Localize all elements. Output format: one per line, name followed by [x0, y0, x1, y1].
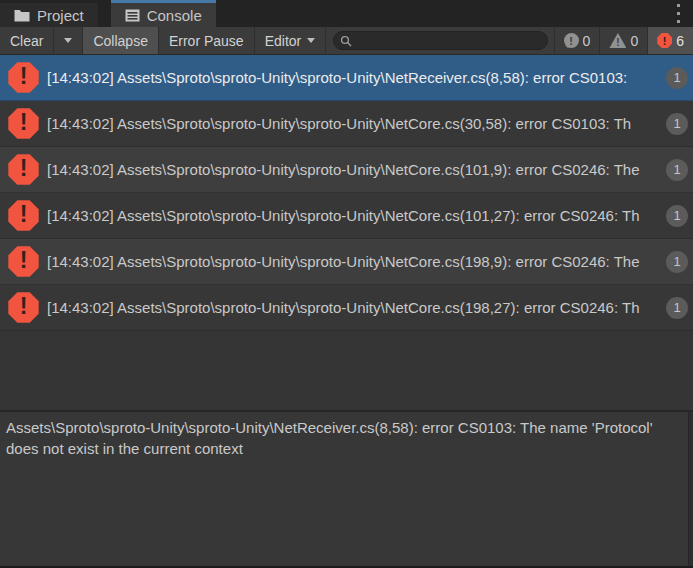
collapse-count-badge: 1 [666, 251, 688, 273]
folder-icon [14, 9, 30, 22]
error-icon: ! [8, 200, 39, 231]
detail-pane[interactable]: Assets\Sproto\sproto-Unity\sproto-Unity\… [0, 410, 693, 566]
clear-button[interactable]: Clear [0, 27, 54, 54]
log-message: [14:43:02] Assets\Sproto\sproto-Unity\sp… [47, 299, 693, 316]
log-message: [14:43:02] Assets\Sproto\sproto-Unity\sp… [47, 207, 693, 224]
error-icon: ! [8, 154, 39, 185]
console-toolbar: Clear Collapse Error Pause Editor ! 0 ! … [0, 27, 693, 55]
error-icon: ! [8, 108, 39, 139]
error-icon: ! [657, 33, 672, 48]
info-icon: ! [564, 33, 579, 48]
chevron-down-icon [64, 38, 72, 43]
collapse-count-badge: 1 [666, 113, 688, 135]
error-icon: ! [8, 292, 39, 323]
log-message: [14:43:02] Assets\Sproto\sproto-Unity\sp… [47, 161, 693, 178]
info-counter-button[interactable]: ! 0 [554, 27, 600, 54]
error-icon: ! [8, 62, 39, 93]
warning-icon: ! [609, 33, 626, 48]
collapse-button[interactable]: Collapse [83, 27, 158, 54]
info-count: 0 [583, 33, 591, 49]
collapse-count-badge: 1 [666, 159, 688, 181]
warning-counter-button[interactable]: ! 0 [599, 27, 647, 54]
error-counter-button[interactable]: ! 6 [647, 27, 693, 54]
error-count: 6 [676, 33, 684, 49]
console-log-row[interactable]: ! [14:43:02] Assets\Sproto\sproto-Unity\… [0, 101, 693, 147]
tab-project-label: Project [37, 7, 84, 24]
log-message: [14:43:02] Assets\Sproto\sproto-Unity\sp… [47, 69, 693, 86]
warning-count: 0 [630, 33, 638, 49]
collapse-count-badge: 1 [666, 297, 688, 319]
detail-text: Assets\Sproto\sproto-Unity\sproto-Unity\… [6, 417, 661, 459]
collapse-count-badge: 1 [666, 205, 688, 227]
error-icon: ! [8, 246, 39, 277]
clear-dropdown-button[interactable] [54, 27, 83, 54]
search-field[interactable] [333, 31, 547, 50]
tab-bar: Project Console [0, 0, 693, 27]
scrollbar-track[interactable] [688, 412, 693, 566]
console-log-row[interactable]: ! [14:43:02] Assets\Sproto\sproto-Unity\… [0, 147, 693, 193]
collapse-count-badge: 1 [666, 67, 688, 89]
console-log-row[interactable]: ! [14:43:02] Assets\Sproto\sproto-Unity\… [0, 193, 693, 239]
search-input[interactable] [352, 33, 540, 48]
search-icon [340, 35, 352, 47]
editor-dropdown-label: Editor [265, 33, 302, 49]
tab-console[interactable]: Console [111, 0, 216, 27]
editor-dropdown-button[interactable]: Editor [255, 27, 327, 54]
log-message: [14:43:02] Assets\Sproto\sproto-Unity\sp… [47, 115, 693, 132]
tab-console-label: Console [147, 7, 202, 24]
unity-console-window: Project Console Clear Collapse Error Pau… [0, 0, 693, 568]
error-pause-button[interactable]: Error Pause [159, 27, 255, 54]
console-log-list: ! [14:43:02] Assets\Sproto\sproto-Unity\… [0, 55, 693, 410]
log-message: [14:43:02] Assets\Sproto\sproto-Unity\sp… [47, 253, 693, 270]
console-log-row[interactable]: ! [14:43:02] Assets\Sproto\sproto-Unity\… [0, 239, 693, 285]
chevron-down-icon [307, 38, 315, 43]
kebab-menu-icon[interactable] [672, 4, 684, 23]
console-icon [125, 9, 140, 22]
console-log-row[interactable]: ! [14:43:02] Assets\Sproto\sproto-Unity\… [0, 285, 693, 331]
tab-project[interactable]: Project [0, 3, 98, 27]
console-log-row[interactable]: ! [14:43:02] Assets\Sproto\sproto-Unity\… [0, 55, 693, 101]
